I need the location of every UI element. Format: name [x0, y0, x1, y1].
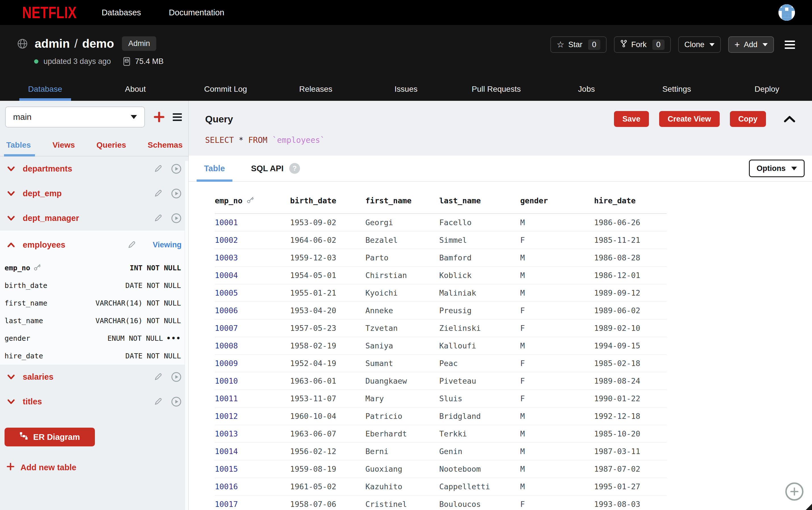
- collapse-query-button[interactable]: [783, 115, 796, 123]
- sidebar-tab-views[interactable]: Views: [53, 141, 75, 156]
- sidebar-table-name: employees: [23, 240, 65, 249]
- star-button[interactable]: ☆ Star 0: [550, 36, 606, 53]
- edit-table-icon[interactable]: [153, 397, 163, 407]
- cell-emp-no[interactable]: 10017: [215, 495, 290, 510]
- er-diagram-button[interactable]: ER Diagram: [4, 428, 95, 446]
- copy-button[interactable]: Copy: [730, 111, 766, 127]
- fork-button[interactable]: Fork 0: [614, 36, 671, 53]
- help-icon[interactable]: ?: [289, 163, 300, 174]
- repo-name[interactable]: demo: [82, 37, 114, 51]
- new-branch-button[interactable]: [153, 111, 165, 123]
- column-header-last-name[interactable]: last_name: [439, 196, 520, 214]
- netflix-logo[interactable]: NETFLIX: [22, 3, 77, 22]
- header-menu-button[interactable]: [785, 40, 795, 49]
- table-cell: M: [520, 407, 594, 425]
- cell-emp-no[interactable]: 10002: [215, 231, 290, 249]
- cell-emp-no[interactable]: 10011: [215, 390, 290, 407]
- repo-tab-commit-log[interactable]: Commit Log: [180, 78, 271, 101]
- column-name-text: emp_no: [4, 264, 30, 272]
- schema-column-row: last_nameVARCHAR(16) NOT NULL: [0, 312, 188, 329]
- cell-emp-no[interactable]: 10005: [215, 284, 290, 302]
- table-cell: Sumant: [366, 354, 439, 372]
- edit-table-icon[interactable]: [153, 189, 163, 198]
- sidebar-menu-button[interactable]: [173, 113, 182, 121]
- table-cell: 1995-01-27: [594, 478, 667, 495]
- repo-tab-settings[interactable]: Settings: [632, 78, 722, 101]
- cell-emp-no[interactable]: 10013: [215, 425, 290, 443]
- options-button[interactable]: Options: [749, 159, 805, 177]
- column-header-hire-date[interactable]: hire_date: [594, 196, 667, 214]
- clone-button[interactable]: Clone: [678, 36, 721, 53]
- create-view-button[interactable]: Create View: [659, 111, 720, 127]
- column-header-first-name[interactable]: first_name: [366, 196, 439, 214]
- edit-table-icon[interactable]: [153, 214, 163, 223]
- add-button[interactable]: + Add: [728, 36, 774, 53]
- table-cell: 1959-12-03: [290, 249, 366, 266]
- run-table-icon[interactable]: [171, 163, 181, 174]
- repo-tab-releases[interactable]: Releases: [271, 78, 361, 101]
- cell-emp-no[interactable]: 10012: [215, 407, 290, 425]
- sidebar-item-departments[interactable]: departments: [0, 156, 188, 181]
- table-cell: Kalloufi: [439, 337, 520, 354]
- edit-table-icon[interactable]: [153, 164, 163, 174]
- table-cell: F: [520, 372, 594, 390]
- table-cell: M: [520, 425, 594, 443]
- add-new-table-button[interactable]: Add new table: [6, 462, 77, 473]
- repo-tab-about[interactable]: About: [90, 78, 181, 101]
- branch-selector[interactable]: main: [5, 107, 145, 127]
- expanded-table-section: employeesViewingemp_noINT NOT NULLbirth_…: [0, 231, 188, 365]
- tab-table[interactable]: Table: [197, 156, 232, 181]
- sidebar-scrollbar[interactable]: [185, 161, 188, 510]
- table-cell: 1985-10-20: [594, 425, 667, 443]
- repo-tab-pull-requests[interactable]: Pull Requests: [451, 78, 542, 101]
- run-table-icon[interactable]: [171, 188, 181, 199]
- sidebar-tab-schemas[interactable]: Schemas: [148, 141, 183, 156]
- sidebar-tab-tables[interactable]: Tables: [6, 141, 31, 156]
- sidebar-tab-queries[interactable]: Queries: [96, 141, 126, 156]
- sidebar-item-dept-emp[interactable]: dept_emp: [0, 181, 188, 206]
- repo-tab-deploy[interactable]: Deploy: [722, 78, 812, 101]
- cell-emp-no[interactable]: 10003: [215, 249, 290, 266]
- table-cell: M: [520, 460, 594, 478]
- add-row-floating-button[interactable]: [785, 482, 804, 501]
- column-name-text: birth_date: [4, 281, 48, 290]
- table-cell: 1989-08-24: [594, 372, 667, 390]
- edit-table-icon[interactable]: [127, 240, 136, 249]
- cell-emp-no[interactable]: 10007: [215, 319, 290, 337]
- cell-emp-no[interactable]: 10015: [215, 460, 290, 478]
- run-table-icon[interactable]: [171, 396, 181, 407]
- run-table-icon[interactable]: [171, 372, 181, 382]
- cell-emp-no[interactable]: 10009: [215, 354, 290, 372]
- tab-sql-api[interactable]: SQL API ?: [244, 156, 308, 181]
- column-header-birth-date[interactable]: birth_date: [290, 196, 366, 214]
- cell-emp-no[interactable]: 10001: [215, 214, 290, 231]
- sidebar-item-salaries[interactable]: salaries: [0, 365, 188, 389]
- sidebar-item-dept-manager[interactable]: dept_manager: [0, 206, 188, 231]
- cell-emp-no[interactable]: 10004: [215, 266, 290, 284]
- repo-owner[interactable]: admin: [35, 37, 70, 51]
- sidebar-item-titles[interactable]: titles: [0, 389, 188, 414]
- cell-emp-no[interactable]: 10014: [215, 443, 290, 460]
- cell-emp-no[interactable]: 10010: [215, 372, 290, 390]
- edit-table-icon[interactable]: [153, 372, 163, 382]
- star-count: 0: [588, 39, 600, 50]
- sql-statement[interactable]: SELECT * FROM `employees`: [188, 127, 812, 156]
- repo-tab-database[interactable]: Database: [0, 78, 90, 101]
- save-button[interactable]: Save: [614, 111, 649, 127]
- column-header-emp-no[interactable]: emp_no: [215, 196, 290, 214]
- run-table-icon[interactable]: [171, 213, 181, 223]
- sidebar-item-employees[interactable]: employeesViewing: [0, 231, 188, 259]
- more-options-icon[interactable]: •••: [167, 334, 181, 342]
- repo-tab-issues[interactable]: Issues: [361, 78, 451, 101]
- database-size-icon: [123, 57, 131, 66]
- viewing-link[interactable]: Viewing: [152, 241, 181, 249]
- cell-emp-no[interactable]: 10016: [215, 478, 290, 495]
- nav-link-documentation[interactable]: Documentation: [169, 8, 224, 17]
- repo-tab-jobs[interactable]: Jobs: [541, 78, 632, 101]
- table-cell: M: [520, 214, 594, 231]
- nav-link-databases[interactable]: Databases: [102, 8, 141, 17]
- column-header-gender[interactable]: gender: [520, 196, 594, 214]
- cell-emp-no[interactable]: 10006: [215, 302, 290, 319]
- user-avatar[interactable]: [779, 4, 795, 21]
- cell-emp-no[interactable]: 10008: [215, 337, 290, 354]
